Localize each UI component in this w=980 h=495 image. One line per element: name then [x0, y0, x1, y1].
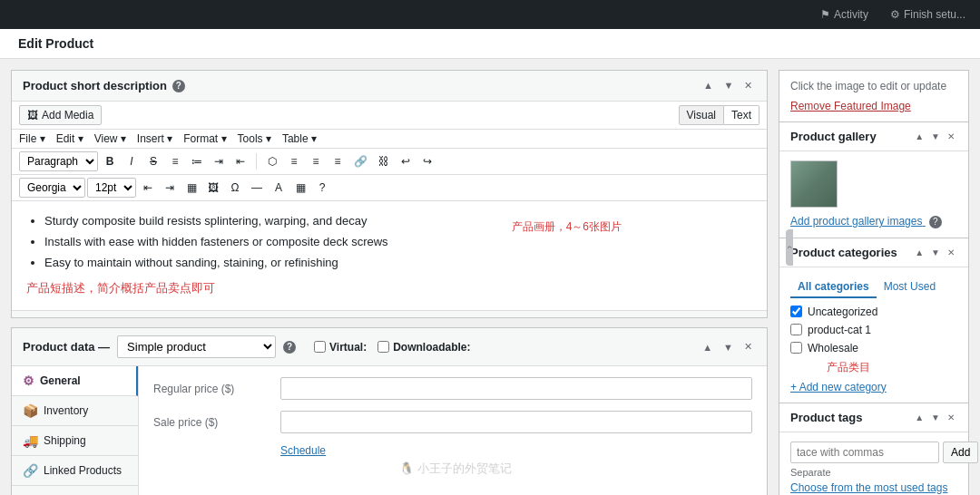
product-type-help[interactable]: ? [283, 341, 296, 354]
all-categories-tab[interactable]: All categories [790, 277, 877, 298]
category-uncategorized-checkbox[interactable] [790, 306, 802, 317]
undo-button[interactable]: ↩ [396, 152, 416, 170]
general-icon: ⚙ [23, 374, 34, 388]
pd-collapse-up[interactable]: ▲ [699, 340, 716, 354]
indent-right-button[interactable]: ⇥ [160, 179, 180, 197]
gallery-down-button[interactable]: ▼ [928, 131, 943, 142]
table-menu[interactable]: Table ▾ [282, 132, 317, 145]
close-panel-button[interactable]: ✕ [740, 78, 756, 93]
pd-close[interactable]: ✕ [740, 339, 756, 354]
activity-button[interactable]: ⚑ Activity [820, 8, 868, 21]
gallery-help-icon[interactable]: ? [929, 216, 942, 228]
linked-products-tab[interactable]: 🔗 Linked Products [12, 456, 138, 486]
product-categories-header: Product categories ▲ ▼ ✕ [779, 238, 968, 267]
most-used-tab[interactable]: Most Used [877, 277, 943, 298]
edit-menu[interactable]: Edit ▾ [56, 132, 83, 145]
sale-price-input[interactable] [280, 411, 752, 433]
visual-tab[interactable]: Visual [679, 105, 724, 125]
inventory-tab-label: Inventory [44, 404, 88, 417]
table-insert-button[interactable]: ▦ [181, 179, 201, 197]
add-category-link[interactable]: + Add new category [790, 381, 957, 393]
inventory-tab[interactable]: 📦 Inventory [12, 396, 138, 426]
featured-image-body: Click the image to edit or update Remove… [779, 71, 968, 121]
font-select[interactable]: Georgia [19, 178, 85, 198]
file-menu[interactable]: File ▾ [19, 132, 45, 145]
product-tags-body: Add Separate Choose from the most used t… [779, 432, 968, 496]
attributes-tab[interactable]: ≡ Attributes [12, 486, 138, 495]
category-wholesale-checkbox[interactable] [790, 342, 802, 354]
tags-down-button[interactable]: ▼ [928, 412, 943, 423]
choose-tags-link[interactable]: Choose from the most used tags [790, 481, 957, 494]
tag-input-row: Add [790, 442, 957, 463]
indent-left-button[interactable]: ⇤ [138, 179, 158, 197]
tag-input[interactable] [790, 442, 939, 463]
collapse-down-button[interactable]: ▼ [720, 78, 737, 92]
product-gallery-body: Add product gallery images ? [779, 151, 968, 238]
size-select[interactable]: 12pt [87, 178, 136, 198]
view-menu[interactable]: View ▾ [94, 132, 126, 145]
gallery-close-button[interactable]: ✕ [945, 131, 957, 142]
table-button[interactable]: ▦ [290, 179, 310, 197]
tags-close-button[interactable]: ✕ [945, 412, 957, 423]
visual-text-tabs: Visual Text [679, 105, 760, 125]
help-icon[interactable]: ? [172, 80, 185, 92]
text-tab[interactable]: Text [724, 105, 760, 125]
bold-button[interactable]: B [100, 152, 120, 170]
add-media-button[interactable]: 🖼 Add Media [19, 105, 102, 125]
link-button[interactable]: 🔗 [349, 152, 372, 170]
add-gallery-link[interactable]: Add product gallery images ? [790, 215, 957, 228]
special-char-button[interactable]: Ω [225, 179, 245, 197]
finish-setup-label: Finish setu... [904, 8, 965, 21]
sidebar-collapse-handle[interactable]: ‹ [786, 229, 793, 266]
categories-up-button[interactable]: ▲ [912, 247, 926, 258]
bullet-list-button[interactable]: ≡ [165, 152, 185, 170]
align-center-button[interactable]: ≡ [284, 152, 304, 170]
image-insert-button[interactable]: 🖼 [203, 179, 223, 197]
help-button[interactable]: ? [312, 179, 332, 197]
general-tab[interactable]: ⚙ General [12, 366, 138, 396]
list-item: Easy to maintain without sanding, staini… [44, 254, 752, 273]
gallery-image-inner [791, 161, 837, 207]
virtual-checkbox[interactable] [314, 341, 326, 353]
resize-handle[interactable] [12, 310, 767, 317]
categories-down-button[interactable]: ▼ [928, 247, 943, 258]
schedule-link[interactable]: Schedule [280, 444, 752, 457]
collapse-up-button[interactable]: ▲ [700, 78, 717, 92]
indent-button[interactable]: ⇥ [209, 152, 229, 170]
list-item: Sturdy composite build resists splinteri… [44, 212, 752, 231]
short-description-title: Product short description [23, 79, 167, 92]
paragraph-select[interactable]: Paragraph [19, 151, 98, 171]
numbered-list-button[interactable]: ≔ [187, 152, 207, 170]
regular-price-input[interactable] [280, 377, 752, 400]
tags-up-button[interactable]: ▲ [912, 412, 926, 423]
gallery-image[interactable] [790, 160, 838, 208]
redo-button[interactable]: ↪ [417, 152, 437, 170]
product-type-select[interactable]: Simple product Variable product Grouped … [117, 335, 276, 358]
category-cat1: product-cat 1 [790, 324, 957, 336]
gallery-up-button[interactable]: ▲ [912, 131, 926, 142]
align-justify-button[interactable]: ≡ [328, 152, 348, 170]
downloadable-checkbox[interactable] [377, 341, 389, 353]
strikethrough-button[interactable]: S [143, 152, 163, 170]
format-menu[interactable]: Format ▾ [183, 132, 226, 145]
italic-button[interactable]: I [122, 152, 142, 170]
category-cat1-checkbox[interactable] [790, 324, 802, 335]
hr-button[interactable]: — [247, 179, 267, 197]
outdent-button[interactable]: ⇤ [230, 152, 250, 170]
tags-controls: ▲ ▼ ✕ [912, 412, 957, 423]
unlink-button[interactable]: ⛓ [374, 152, 394, 170]
tools-menu[interactable]: Tools ▾ [238, 132, 271, 145]
category-uncategorized-label: Uncategorized [808, 306, 877, 318]
insert-menu[interactable]: Insert ▾ [137, 132, 172, 145]
text-color-button[interactable]: A [269, 179, 289, 197]
tag-add-button[interactable]: Add [943, 442, 978, 463]
shipping-tab[interactable]: 🚚 Shipping [12, 426, 138, 456]
finish-setup-button[interactable]: ⚙ Finish setu... [890, 8, 965, 21]
align-right-button[interactable]: ≡ [306, 152, 326, 170]
align-left-button[interactable]: ⬡ [262, 152, 282, 170]
pd-collapse-down[interactable]: ▼ [720, 340, 737, 354]
editor-area[interactable]: Sturdy composite build resists splinteri… [12, 201, 767, 310]
remove-featured-link[interactable]: Remove Featured Image [790, 100, 911, 112]
regular-price-row: Regular price ($) [153, 377, 752, 400]
categories-close-button[interactable]: ✕ [945, 247, 957, 258]
